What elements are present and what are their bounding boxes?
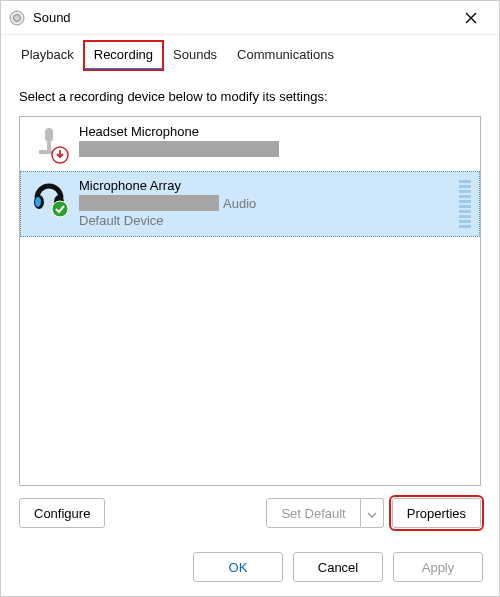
apply-button[interactable]: Apply	[393, 552, 483, 582]
tab-content: Select a recording device below to modif…	[1, 71, 499, 542]
tab-recording[interactable]: Recording	[84, 41, 163, 70]
chevron-down-icon	[367, 512, 377, 518]
ok-button[interactable]: OK	[193, 552, 283, 582]
cancel-button[interactable]: Cancel	[293, 552, 383, 582]
device-text: Microphone Array Audio Default Device	[79, 178, 449, 230]
svg-point-9	[52, 201, 68, 217]
device-text: Headset Microphone	[79, 124, 471, 164]
device-list[interactable]: Headset Microphone	[19, 116, 481, 486]
tab-playback[interactable]: Playback	[11, 41, 84, 70]
close-button[interactable]	[451, 3, 491, 33]
device-name: Headset Microphone	[79, 124, 471, 139]
level-meter	[459, 178, 471, 230]
svg-point-1	[14, 14, 21, 21]
properties-button[interactable]: Properties	[392, 498, 481, 528]
set-default-dropdown[interactable]	[361, 498, 384, 528]
tab-bar: Playback Recording Sounds Communications	[1, 35, 499, 71]
window-title: Sound	[33, 10, 451, 25]
redacted-text	[79, 195, 219, 211]
list-button-row: Configure Set Default Properties	[19, 486, 481, 534]
sound-app-icon	[9, 10, 25, 26]
device-name: Microphone Array	[79, 178, 449, 193]
down-arrow-icon	[51, 146, 69, 164]
svg-rect-2	[45, 128, 53, 142]
headset-icon	[29, 178, 69, 218]
set-default-button[interactable]: Set Default	[266, 498, 360, 528]
check-icon	[51, 200, 69, 218]
device-item[interactable]: Microphone Array Audio Default Device	[20, 171, 480, 237]
tab-communications[interactable]: Communications	[227, 41, 344, 70]
redacted-text	[79, 141, 279, 157]
device-item[interactable]: Headset Microphone	[20, 117, 480, 171]
manufacturer-suffix: Audio	[223, 196, 256, 211]
dialog-button-row: OK Cancel Apply	[1, 542, 499, 596]
device-manufacturer	[79, 141, 471, 157]
tab-sounds[interactable]: Sounds	[163, 41, 227, 70]
device-manufacturer: Audio	[79, 195, 449, 211]
configure-button[interactable]: Configure	[19, 498, 105, 528]
instruction-text: Select a recording device below to modif…	[19, 89, 481, 104]
set-default-split-button: Set Default	[266, 498, 383, 528]
titlebar: Sound	[1, 1, 499, 35]
sound-dialog: Sound Playback Recording Sounds Communic…	[0, 0, 500, 597]
device-status: Default Device	[79, 213, 449, 228]
mic-stand-icon	[29, 124, 69, 164]
svg-point-8	[35, 197, 41, 207]
